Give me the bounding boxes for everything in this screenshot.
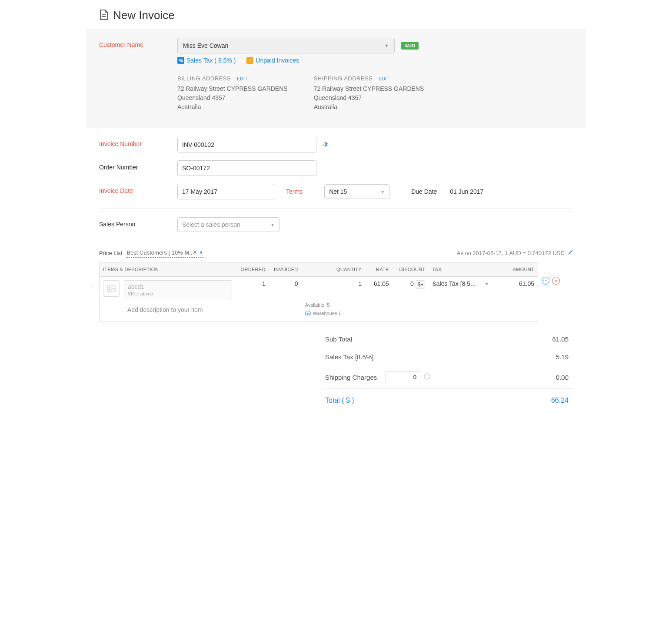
- col-rate: RATE: [365, 262, 393, 277]
- pencil-icon[interactable]: [567, 250, 573, 257]
- currency-badge: AUD: [401, 42, 419, 50]
- shipping-address-title: SHIPPING ADDRESS: [314, 75, 373, 82]
- item-warehouse[interactable]: Warehouse 1: [313, 311, 341, 316]
- item-amount: 61.05: [519, 280, 534, 287]
- col-invoiced: INVOICED: [269, 262, 302, 277]
- invoice-number-label: Invoice Number: [99, 137, 177, 147]
- billing-line2: Queensland 4357: [177, 93, 288, 103]
- tax-label: Sales Tax [8.5%]: [325, 353, 373, 361]
- col-tax: TAX: [429, 262, 492, 277]
- item-image-placeholder-icon[interactable]: [103, 280, 120, 297]
- col-discount: DISCOUNT: [393, 262, 429, 277]
- table-row: abcd1 SKU: abcdd 1 0 1 Available: 5: [100, 277, 538, 321]
- order-number-label: Order Number: [99, 160, 177, 171]
- item-tax-select[interactable]: Sales Tax [8.5... ▼: [432, 280, 489, 287]
- percent-icon: %: [177, 57, 184, 64]
- svg-point-6: [427, 375, 427, 375]
- item-discount-input[interactable]: 0: [410, 280, 414, 287]
- invoice-number-input[interactable]: [177, 137, 316, 152]
- shipping-label: Shipping Charges: [325, 374, 377, 381]
- tax-value: 5.19: [556, 353, 569, 361]
- pricelist-label: Price List: [99, 250, 122, 256]
- item-name-input[interactable]: abcd1 SKU: abcdd: [124, 280, 232, 299]
- order-number-input[interactable]: [177, 160, 316, 176]
- chevron-down-icon: ▼: [199, 250, 203, 255]
- drag-handle-icon[interactable]: ⋮⋮: [90, 284, 101, 290]
- caret-down-icon: ▾: [421, 283, 423, 287]
- customer-name-value: Miss Eve Cowan: [183, 42, 228, 49]
- divider: [241, 57, 241, 64]
- customer-name-label: Customer Name: [99, 38, 177, 48]
- item-description-input[interactable]: [124, 302, 232, 318]
- item-quantity-input[interactable]: 1: [305, 280, 362, 287]
- shipping-line1: 72 Railway Street CYPRESS GARDENS: [314, 84, 424, 93]
- delete-icon[interactable]: ×: [552, 277, 560, 285]
- shipping-input[interactable]: [386, 371, 420, 383]
- document-icon: [99, 9, 109, 22]
- subtotal-label: Sub Total: [325, 335, 352, 343]
- sales-person-label: Sales Person: [99, 217, 177, 228]
- shipping-line2: Queensland 4357: [314, 93, 424, 103]
- due-date-label: Due Date: [411, 188, 437, 195]
- total-label: Total ( $ ): [325, 397, 354, 404]
- shipping-address-block: SHIPPING ADDRESS EDIT 72 Railway Street …: [314, 75, 424, 112]
- unpaid-invoices-link[interactable]: ! Unpaid Invoices: [246, 57, 299, 64]
- shipping-edit-link[interactable]: EDIT: [379, 76, 389, 81]
- exchange-rate-text: As on 2017-05-17, 1 AUD = 0.740172 USD: [457, 250, 565, 256]
- sales-tax-link[interactable]: % Sales Tax ( 8.5% ): [177, 57, 236, 64]
- billing-line3: Australia: [177, 103, 288, 112]
- discount-type-select[interactable]: $ ▾: [416, 280, 426, 289]
- item-rate-input[interactable]: 61.05: [365, 277, 393, 321]
- item-invoiced: 0: [269, 277, 302, 321]
- terms-select[interactable]: Net 15 ▼: [324, 184, 389, 199]
- invoice-date-input[interactable]: [177, 184, 275, 199]
- chevron-down-icon: ▼: [270, 222, 275, 227]
- due-date-value: 01 Jun 2017: [450, 188, 483, 195]
- billing-edit-link[interactable]: EDIT: [237, 76, 248, 81]
- col-amount: AMOUNT: [492, 262, 538, 277]
- gear-icon[interactable]: [321, 141, 328, 149]
- shipping-amount: 0.00: [556, 374, 569, 381]
- more-icon[interactable]: ⋯: [542, 277, 549, 285]
- sales-person-select[interactable]: Select a sales person ▼: [177, 217, 279, 232]
- col-ordered: ORDERED: [236, 262, 269, 277]
- pricelist-select[interactable]: Best Customers [ 10% M.. × ▼: [126, 249, 203, 258]
- col-quantity: QUANTITY: [302, 262, 365, 277]
- col-items: ITEMS & DESCRIPTION: [100, 262, 236, 277]
- billing-address-title: BILLING ADDRESS: [177, 75, 231, 82]
- warning-icon: !: [246, 57, 253, 64]
- billing-address-block: BILLING ADDRESS EDIT 72 Railway Street C…: [177, 75, 288, 112]
- info-icon[interactable]: [424, 373, 430, 381]
- chevron-down-icon: ▼: [380, 189, 385, 194]
- chevron-down-icon: ▼: [485, 282, 489, 286]
- chevron-down-icon: ▼: [384, 43, 389, 48]
- item-ordered: 1: [236, 277, 269, 321]
- subtotal-value: 61.05: [552, 335, 569, 343]
- svg-point-3: [109, 287, 110, 288]
- shipping-line3: Australia: [314, 103, 424, 112]
- billing-line1: 72 Railway Street CYPRESS GARDENS: [177, 84, 288, 93]
- total-value: 66.24: [551, 397, 569, 404]
- clear-icon[interactable]: ×: [193, 249, 196, 256]
- warehouse-icon: [305, 310, 311, 316]
- terms-label: Terms: [286, 188, 303, 195]
- item-available: Available: 5: [305, 302, 362, 308]
- page-title: New Invoice: [113, 9, 175, 22]
- invoice-date-label: Invoice Date: [99, 184, 177, 194]
- customer-name-select[interactable]: Miss Eve Cowan ▼: [177, 38, 395, 53]
